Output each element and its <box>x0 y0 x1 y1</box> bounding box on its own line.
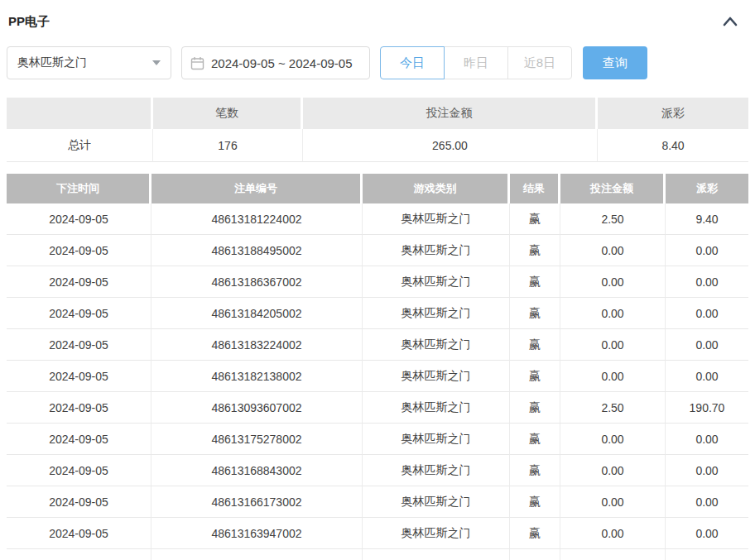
bet-time-cell: 2024-09-05 <box>7 361 151 392</box>
result-cell: 赢 <box>510 486 560 518</box>
bet-amount-cell: 0.00 <box>560 455 666 486</box>
order-number-cell: 48613163947002 <box>151 518 363 549</box>
summary-total-payout: 8.40 <box>598 129 748 162</box>
collapse-button[interactable] <box>719 10 742 33</box>
payout-cell: 0.00 <box>666 424 748 455</box>
result-cell: 赢 <box>510 518 560 549</box>
result-cell: 赢 <box>510 424 560 455</box>
payout-cell: 0.00 <box>666 486 748 518</box>
header-bet-time: 下注时间 <box>7 174 151 203</box>
bet-time-cell: 2024-09-05 <box>7 392 151 424</box>
records-header-row: 下注时间 注单编号 游戏类别 结果 投注金额 派彩 <box>7 174 748 203</box>
table-row: 2024-09-0548613181224002奥林匹斯之门赢2.509.40 <box>7 203 748 235</box>
bet-time-cell: 2024-09-05 <box>7 266 151 298</box>
table-row <box>7 549 748 560</box>
payout-cell: 0.00 <box>666 266 748 298</box>
result-cell: 赢 <box>510 455 560 486</box>
bet-amount-cell: 0.00 <box>560 518 666 549</box>
last-8-days-button[interactable]: 近8日 <box>507 46 572 79</box>
header-result: 结果 <box>510 174 560 203</box>
header-payout: 派彩 <box>666 174 748 203</box>
order-number-cell: 48613186367002 <box>151 266 363 298</box>
game-category-cell <box>363 549 510 560</box>
table-row: 2024-09-0548613188495002奥林匹斯之门赢0.000.00 <box>7 235 748 266</box>
page-title: PP电子 <box>8 14 50 30</box>
game-category-cell: 奥林匹斯之门 <box>363 518 510 549</box>
bet-amount-cell: 0.00 <box>560 361 666 392</box>
order-number-cell: 48613093607002 <box>151 392 363 424</box>
bet-time-cell: 2024-09-05 <box>7 424 151 455</box>
result-cell: 赢 <box>510 329 560 361</box>
order-number-cell: 48613182138002 <box>151 361 363 392</box>
bet-time-cell: 2024-09-05 <box>7 486 151 518</box>
table-row: 2024-09-0548613186367002奥林匹斯之门赢0.000.00 <box>7 266 748 298</box>
payout-cell: 0.00 <box>666 361 748 392</box>
game-select[interactable]: 奥林匹斯之门 <box>7 46 171 79</box>
bet-time-cell: 2024-09-05 <box>7 203 151 235</box>
bet-amount-cell: 2.50 <box>560 392 666 424</box>
payout-cell <box>666 549 748 560</box>
game-category-cell: 奥林匹斯之门 <box>363 455 510 486</box>
summary-total-row: 总计 176 265.00 8.40 <box>7 129 748 162</box>
payout-cell: 0.00 <box>666 455 748 486</box>
query-button[interactable]: 查询 <box>583 46 647 79</box>
summary-total-bet-amount: 265.00 <box>303 129 598 162</box>
summary-header-bet-amount: 投注金额 <box>303 98 598 129</box>
table-row: 2024-09-0548613093607002奥林匹斯之门赢2.50190.7… <box>7 392 748 424</box>
chevron-up-icon <box>722 16 738 27</box>
game-category-cell: 奥林匹斯之门 <box>363 203 510 235</box>
table-row: 2024-09-0548613183224002奥林匹斯之门赢0.000.00 <box>7 329 748 361</box>
order-number-cell: 48613181224002 <box>151 203 363 235</box>
panel-header: PP电子 <box>7 7 748 36</box>
payout-cell: 0.00 <box>666 329 748 361</box>
date-range-input[interactable]: 2024-09-05 ~ 2024-09-05 <box>181 46 370 79</box>
result-cell: 赢 <box>510 361 560 392</box>
result-cell: 赢 <box>510 298 560 329</box>
order-number-cell: 48613183224002 <box>151 329 363 361</box>
result-cell <box>510 549 560 560</box>
payout-cell: 0.00 <box>666 518 748 549</box>
payout-cell: 0.00 <box>666 298 748 329</box>
bet-time-cell: 2024-09-05 <box>7 329 151 361</box>
game-category-cell: 奥林匹斯之门 <box>363 298 510 329</box>
order-number-cell <box>151 549 363 560</box>
order-number-cell: 48613188495002 <box>151 235 363 266</box>
game-category-cell: 奥林匹斯之门 <box>363 235 510 266</box>
table-row: 2024-09-0548613168843002奥林匹斯之门赢0.000.00 <box>7 455 748 486</box>
today-button[interactable]: 今日 <box>380 46 445 79</box>
result-cell: 赢 <box>510 392 560 424</box>
bet-records-table: 下注时间 注单编号 游戏类别 结果 投注金额 派彩 2024-09-054861… <box>7 174 748 560</box>
order-number-cell: 48613166173002 <box>151 486 363 518</box>
bet-amount-cell <box>560 549 666 560</box>
summary-header-empty <box>7 98 153 129</box>
order-number-cell: 48613184205002 <box>151 298 363 329</box>
header-game-category: 游戏类别 <box>363 174 510 203</box>
calendar-icon <box>190 56 204 70</box>
header-bet-amount: 投注金额 <box>560 174 666 203</box>
pp-electronics-panel: PP电子 奥林匹斯之门 2024-09-05 ~ 2 <box>0 0 755 560</box>
table-row: 2024-09-0548613175278002奥林匹斯之门赢0.000.00 <box>7 424 748 455</box>
result-cell: 赢 <box>510 266 560 298</box>
order-number-cell: 48613175278002 <box>151 424 363 455</box>
bet-amount-cell: 0.00 <box>560 266 666 298</box>
game-category-cell: 奥林匹斯之门 <box>363 361 510 392</box>
bet-amount-cell: 2.50 <box>560 203 666 235</box>
bet-time-cell: 2024-09-05 <box>7 298 151 329</box>
result-cell: 赢 <box>510 235 560 266</box>
quick-date-button-group: 今日 昨日 近8日 <box>380 46 572 79</box>
bet-time-cell <box>7 549 151 560</box>
header-order-number: 注单编号 <box>151 174 363 203</box>
table-row: 2024-09-0548613184205002奥林匹斯之门赢0.000.00 <box>7 298 748 329</box>
bet-time-cell: 2024-09-05 <box>7 518 151 549</box>
table-row: 2024-09-0548613182138002奥林匹斯之门赢0.000.00 <box>7 361 748 392</box>
yesterday-button[interactable]: 昨日 <box>444 46 508 79</box>
summary-header-row: 笔数 投注金额 派彩 <box>7 98 748 129</box>
bet-amount-cell: 0.00 <box>560 486 666 518</box>
summary-header-payout: 派彩 <box>598 98 748 129</box>
bet-time-cell: 2024-09-05 <box>7 455 151 486</box>
caret-down-icon <box>152 60 161 65</box>
game-category-cell: 奥林匹斯之门 <box>363 486 510 518</box>
filter-row: 奥林匹斯之门 2024-09-05 ~ 2024-09-05 今日 昨日 近8日… <box>7 46 748 79</box>
bet-time-cell: 2024-09-05 <box>7 235 151 266</box>
bet-amount-cell: 0.00 <box>560 424 666 455</box>
